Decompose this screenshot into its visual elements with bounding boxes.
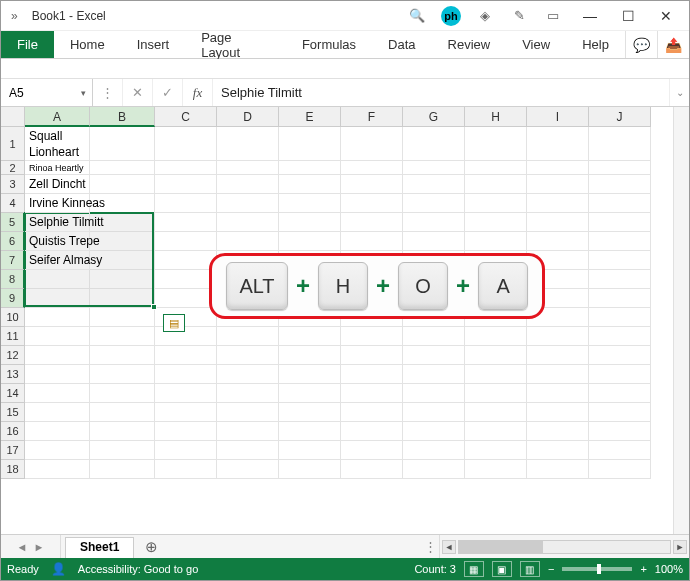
- cell-G2[interactable]: [403, 161, 465, 175]
- cell-F3[interactable]: [341, 175, 403, 194]
- cell-J11[interactable]: [589, 327, 651, 346]
- cell-J16[interactable]: [589, 422, 651, 441]
- cell-D4[interactable]: [217, 194, 279, 213]
- row-header-1[interactable]: 1: [1, 127, 25, 161]
- cell-A12[interactable]: [25, 346, 90, 365]
- cell-B2[interactable]: [90, 161, 155, 175]
- cell-C6[interactable]: [155, 232, 217, 251]
- cell-H5[interactable]: [465, 213, 527, 232]
- tab-help[interactable]: Help: [566, 31, 625, 58]
- column-header-G[interactable]: G: [403, 107, 465, 127]
- zoom-out-button[interactable]: −: [548, 563, 554, 575]
- cell-H16[interactable]: [465, 422, 527, 441]
- formula-input[interactable]: Selphie Tilmitt: [213, 79, 669, 106]
- sheet-nav[interactable]: ◄ ►: [1, 535, 61, 558]
- view-page-layout-icon[interactable]: ▣: [492, 561, 512, 577]
- row-header-2[interactable]: 2: [1, 161, 25, 175]
- cell-A10[interactable]: [25, 308, 90, 327]
- cell-I15[interactable]: [527, 403, 589, 422]
- zoom-in-button[interactable]: +: [640, 563, 646, 575]
- cell-H6[interactable]: [465, 232, 527, 251]
- panel-icon[interactable]: ▭: [543, 8, 563, 23]
- cell-I5[interactable]: [527, 213, 589, 232]
- cell-A16[interactable]: [25, 422, 90, 441]
- cell-A1[interactable]: Squall Lionheart: [25, 127, 90, 161]
- cell-F4[interactable]: [341, 194, 403, 213]
- cell-G14[interactable]: [403, 384, 465, 403]
- cell-F2[interactable]: [341, 161, 403, 175]
- cell-C8[interactable]: [155, 270, 217, 289]
- cell-J15[interactable]: [589, 403, 651, 422]
- row-header-11[interactable]: 11: [1, 327, 25, 346]
- cell-J4[interactable]: [589, 194, 651, 213]
- close-button[interactable]: ✕: [647, 8, 685, 24]
- sheet-tab-1[interactable]: Sheet1: [65, 537, 134, 558]
- cell-B16[interactable]: [90, 422, 155, 441]
- cell-B8[interactable]: [90, 270, 155, 289]
- cell-G13[interactable]: [403, 365, 465, 384]
- cell-C5[interactable]: [155, 213, 217, 232]
- cell-H3[interactable]: [465, 175, 527, 194]
- horizontal-scrollbar[interactable]: ◄ ►: [439, 535, 689, 558]
- fx-button[interactable]: fx: [183, 79, 213, 106]
- cell-G11[interactable]: [403, 327, 465, 346]
- cell-F6[interactable]: [341, 232, 403, 251]
- cell-I14[interactable]: [527, 384, 589, 403]
- tab-data[interactable]: Data: [372, 31, 431, 58]
- cell-A4[interactable]: Irvine Kinneas: [25, 194, 90, 213]
- cell-F11[interactable]: [341, 327, 403, 346]
- cell-J10[interactable]: [589, 308, 651, 327]
- column-header-B[interactable]: B: [90, 107, 155, 127]
- cell-E16[interactable]: [279, 422, 341, 441]
- cell-F18[interactable]: [341, 460, 403, 479]
- cell-G3[interactable]: [403, 175, 465, 194]
- row-header-9[interactable]: 9: [1, 289, 25, 308]
- cell-D16[interactable]: [217, 422, 279, 441]
- cell-J3[interactable]: [589, 175, 651, 194]
- row-header-3[interactable]: 3: [1, 175, 25, 194]
- cell-F14[interactable]: [341, 384, 403, 403]
- cell-B12[interactable]: [90, 346, 155, 365]
- cell-C7[interactable]: [155, 251, 217, 270]
- cell-J8[interactable]: [589, 270, 651, 289]
- status-accessibility[interactable]: Accessibility: Good to go: [78, 563, 198, 575]
- cell-I11[interactable]: [527, 327, 589, 346]
- cell-B18[interactable]: [90, 460, 155, 479]
- row-header-12[interactable]: 12: [1, 346, 25, 365]
- name-box-dropdown-icon[interactable]: ▾: [81, 88, 86, 98]
- cell-G16[interactable]: [403, 422, 465, 441]
- cell-E15[interactable]: [279, 403, 341, 422]
- qat-more-icon[interactable]: »: [5, 9, 24, 23]
- cell-J7[interactable]: [589, 251, 651, 270]
- cell-D12[interactable]: [217, 346, 279, 365]
- cell-I1[interactable]: [527, 127, 589, 161]
- cell-H14[interactable]: [465, 384, 527, 403]
- tab-review[interactable]: Review: [432, 31, 507, 58]
- row-header-13[interactable]: 13: [1, 365, 25, 384]
- cell-D14[interactable]: [217, 384, 279, 403]
- name-box[interactable]: A5 ▾: [1, 79, 93, 106]
- cell-J18[interactable]: [589, 460, 651, 479]
- cell-E11[interactable]: [279, 327, 341, 346]
- cell-E4[interactable]: [279, 194, 341, 213]
- spreadsheet-grid[interactable]: ABCDEFGHIJ1Squall Lionheart2Rinoa Heartl…: [1, 107, 673, 534]
- tab-formulas[interactable]: Formulas: [286, 31, 372, 58]
- cell-B13[interactable]: [90, 365, 155, 384]
- cell-G18[interactable]: [403, 460, 465, 479]
- cell-B10[interactable]: [90, 308, 155, 327]
- cell-A11[interactable]: [25, 327, 90, 346]
- cell-B3[interactable]: [90, 175, 155, 194]
- formula-dropdown[interactable]: ⋮: [93, 79, 123, 106]
- row-header-6[interactable]: 6: [1, 232, 25, 251]
- cell-E2[interactable]: [279, 161, 341, 175]
- cell-H15[interactable]: [465, 403, 527, 422]
- cell-C4[interactable]: [155, 194, 217, 213]
- row-header-7[interactable]: 7: [1, 251, 25, 270]
- search-icon[interactable]: 🔍: [407, 8, 427, 23]
- column-header-I[interactable]: I: [527, 107, 589, 127]
- cell-D18[interactable]: [217, 460, 279, 479]
- column-header-J[interactable]: J: [589, 107, 651, 127]
- cell-I13[interactable]: [527, 365, 589, 384]
- column-header-D[interactable]: D: [217, 107, 279, 127]
- row-header-8[interactable]: 8: [1, 270, 25, 289]
